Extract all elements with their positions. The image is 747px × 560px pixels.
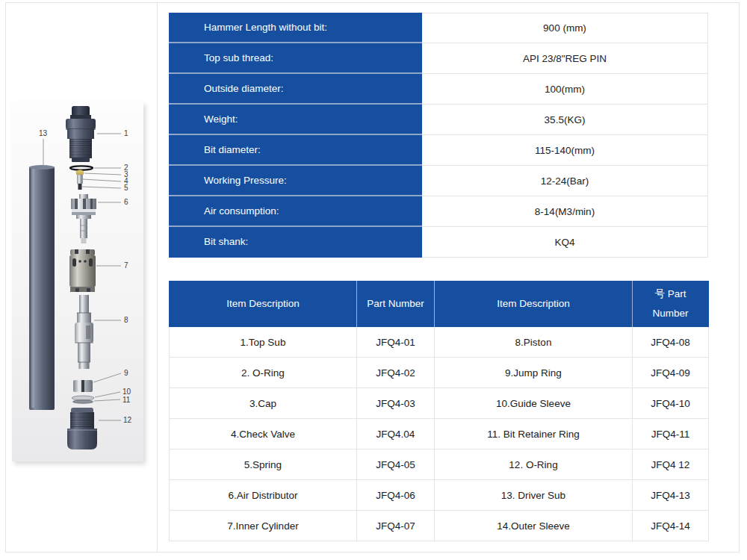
part-number-cell: JFQ4-14 (633, 511, 709, 541)
content-area: Hammer Length without bit: 900 (mm) Top … (164, 3, 739, 552)
item-description-cell: 3.Cap (169, 388, 357, 419)
spec-label: Outside diameter: (169, 74, 422, 105)
diagram-label-9: 9 (124, 369, 128, 377)
outer-tube-part (29, 165, 55, 410)
table-row: 7.Inner Cylinder JFQ4-07 14.Outer Sleeve… (169, 511, 709, 541)
part-number-cell: JFQ4-06 (357, 480, 435, 511)
hammer-diagram-svg: 1 2 3 4 5 6 7 8 9 10 11 12 13 (12, 102, 143, 461)
spec-value: 12-24(Bar) (422, 166, 708, 196)
part-number-cell: JFQ4-05 (357, 449, 435, 480)
spec-row: Air consumption: 8-14(M3/min) (169, 196, 708, 227)
spec-row: Outside diameter: 100(mm) (169, 74, 708, 105)
spec-value: 900 (mm) (422, 13, 708, 43)
spec-row: Hammer Length without bit: 900 (mm) (169, 13, 708, 43)
spec-label: Hammer Length without bit: (169, 13, 422, 43)
parts-header-item-description-left: Item Description (169, 281, 357, 327)
item-description-cell: 4.Check Valve (169, 419, 357, 449)
item-description-cell: 12. O-Ring (435, 449, 633, 480)
o-ring-part (70, 166, 93, 169)
spec-label: Bit shank: (169, 227, 422, 258)
spec-label: Top sub thread: (169, 43, 422, 74)
part-number-cell: JFQ4-13 (633, 480, 709, 511)
part-number-cell: JFQ4-01 (357, 327, 435, 358)
item-description-cell: 9.Jump Ring (435, 358, 633, 388)
diagram-label-13: 13 (39, 129, 48, 137)
diagram-label-6: 6 (124, 198, 128, 206)
diagram-label-8: 8 (124, 316, 128, 324)
spec-row: Top sub thread: API 23/8"REG PIN (169, 43, 708, 74)
table-row: 4.Check Valve JFQ4.04 11. Bit Retainer R… (169, 419, 709, 449)
diagram-label-5: 5 (124, 184, 128, 192)
guide-sleeve-retainer-ring-parts (72, 396, 94, 403)
item-description-cell: 14.Outer Sleeve (435, 511, 633, 541)
inner-cylinder-part (69, 249, 96, 292)
piston-part (75, 295, 93, 369)
spec-value: 35.5(KG) (422, 105, 708, 135)
diagram-label-1: 1 (124, 129, 128, 137)
spec-row: Weight: 35.5(KG) (169, 105, 708, 135)
item-description-cell: 10.Guide Sleeve (435, 388, 633, 419)
spec-value: KQ4 (422, 227, 708, 258)
table-row: 3.Cap JFQ4-03 10.Guide Sleeve JFQ4-10 (169, 388, 709, 419)
item-description-cell: 11. Bit Retainer Ring (435, 419, 633, 449)
item-description-cell: 7.Inner Cylinder (169, 511, 357, 541)
diagram-panel: 1 2 3 4 5 6 7 8 9 10 11 12 13 (6, 3, 158, 552)
driver-sub-part (67, 408, 97, 449)
item-description-cell: 13. Driver Sub (435, 480, 633, 511)
part-number-cell: JFQ4-07 (357, 511, 435, 541)
spec-row: Bit diameter: 115-140(mm) (169, 135, 708, 166)
table-row: 5.Spring JFQ4-05 12. O-Ring JFQ4 12 (169, 449, 709, 480)
spec-value: 100(mm) (422, 74, 708, 105)
spec-row: Working Pressure: 12-24(Bar) (169, 166, 708, 196)
spec-value: 8-14(M3/min) (422, 196, 708, 227)
parts-header-item-description-right: Item Description (435, 281, 633, 327)
page-frame: 1 2 3 4 5 6 7 8 9 10 11 12 13 (5, 2, 740, 553)
part-number-cell: JFQ4-10 (633, 388, 709, 419)
spec-value: 115-140(mm) (422, 135, 708, 166)
specification-table: Hammer Length without bit: 900 (mm) Top … (169, 13, 708, 258)
item-description-cell: 2. O-Ring (169, 358, 357, 388)
hammer-exploded-diagram: 1 2 3 4 5 6 7 8 9 10 11 12 13 (12, 102, 143, 461)
jump-ring-part (73, 380, 93, 392)
table-row: 2. O-Ring JFQ4-02 9.Jump Ring JFQ4-09 (169, 358, 709, 388)
spec-label: Air consumption: (169, 196, 422, 227)
spec-row: Bit shank: KQ4 (169, 227, 708, 258)
part-number-cell: JFQ4-02 (357, 358, 435, 388)
item-description-cell: 5.Spring (169, 449, 357, 480)
item-description-cell: 6.Air Distributor (169, 480, 357, 511)
part-number-cell: JFQ4-09 (633, 358, 709, 388)
air-distributor-part (71, 194, 96, 243)
item-description-cell: 8.Piston (435, 327, 633, 358)
parts-list-table: Item Description Part Number Item Descri… (169, 281, 709, 541)
spec-label: Weight: (169, 105, 422, 135)
diagram-label-12: 12 (123, 416, 132, 424)
spec-value: API 23/8"REG PIN (422, 43, 708, 74)
diagram-label-10: 10 (123, 388, 131, 396)
spec-label: Working Pressure: (169, 166, 422, 196)
part-number-cell: JFQ4-08 (633, 327, 709, 358)
item-description-cell: 1.Top Sub (169, 327, 357, 358)
parts-header-part-number-right: 号 Part Number (633, 281, 709, 327)
part-number-cell: JFQ4-03 (357, 388, 435, 419)
spec-label: Bit diameter: (169, 135, 422, 166)
table-row: 6.Air Distributor JFQ4-06 13. Driver Sub… (169, 480, 709, 511)
part-number-cell: JFQ4 12 (633, 449, 709, 480)
table-row: 1.Top Sub JFQ4-01 8.Piston JFQ4-08 (169, 327, 709, 358)
parts-header-row: Item Description Part Number Item Descri… (169, 281, 709, 327)
diagram-label-7: 7 (124, 261, 128, 270)
diagram-label-11: 11 (123, 396, 131, 404)
top-sub-part (66, 106, 96, 162)
parts-header-part-number-left: Part Number (357, 281, 435, 327)
part-number-cell: JFQ4-11 (633, 419, 709, 449)
part-number-cell: JFQ4.04 (357, 419, 435, 449)
